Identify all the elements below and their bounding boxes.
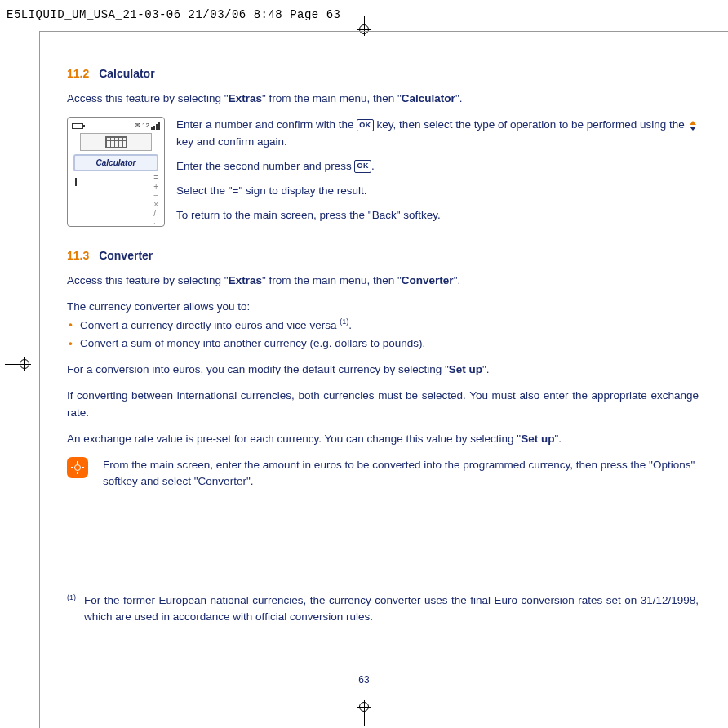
ok-key-icon: OK — [354, 160, 371, 173]
converter-lead: The currency converter allows you to: — [67, 299, 699, 315]
prepress-header: E5LIQUID_UM_USA_21-03-06 21/03/06 8:48 P… — [7, 7, 340, 24]
tip-text: From the main screen, enter the amount i… — [103, 457, 699, 491]
ok-key-icon: OK — [357, 119, 374, 132]
converter-list: Convert a currency directly into euros a… — [67, 317, 699, 352]
phone-calculator-display — [80, 133, 152, 151]
footnote-text: For the former European national currenc… — [84, 593, 699, 626]
calc-step-1: Enter a number and confirm with the OK k… — [176, 117, 699, 150]
section-number: 11.3 — [67, 249, 89, 262]
phone-mockup: ✉ 12 Calculator =+−×/· — [67, 117, 165, 227]
section-title: Calculator — [99, 67, 154, 80]
page-border-left — [39, 31, 40, 728]
calc-step-4: To return to the main screen, press the … — [176, 207, 699, 224]
calculator-instructions: Enter a number and confirm with the OK k… — [176, 117, 699, 232]
phone-calculator-label: Calculator — [73, 154, 158, 171]
converter-intro: Access this feature by selecting "Extras… — [67, 273, 699, 289]
calc-step-3: Select the "=" sign to display the resul… — [176, 183, 699, 199]
calculator-intro: Access this feature by selecting "Extras… — [67, 91, 699, 107]
lightbulb-icon — [71, 461, 84, 474]
tip-row: From the main screen, enter the amount i… — [67, 457, 699, 491]
battery-icon — [72, 123, 83, 129]
cursor-icon — [75, 178, 77, 186]
section-heading-calculator: 11.2 Calculator — [67, 65, 699, 82]
calculator-row: ✉ 12 Calculator =+−×/· Enter a number an… — [67, 117, 699, 232]
operator-column: =+−×/· — [153, 173, 158, 227]
registration-mark-top — [357, 23, 371, 36]
list-item: Convert a sum of money into another curr… — [67, 335, 699, 352]
section-number: 11.2 — [67, 67, 89, 80]
page-border-top — [39, 31, 728, 32]
nav-key-icon — [688, 121, 698, 131]
converter-international: If converting between international curr… — [67, 388, 699, 421]
crop-mark-bottom — [364, 712, 365, 726]
calc-step-2: Enter the second number and press OK. — [176, 158, 699, 175]
list-item: Convert a currency directly into euros a… — [67, 317, 699, 334]
page-content: 11.2 Calculator Access this feature by s… — [67, 65, 699, 507]
footnote-mark: (1) — [67, 593, 76, 626]
converter-setup-1: For a conversion into euros, you can mod… — [67, 362, 699, 378]
signal-icon — [151, 122, 160, 130]
page-number: 63 — [0, 673, 728, 687]
section-heading-converter: 11.3 Converter — [67, 247, 699, 264]
crop-mark-left — [5, 364, 18, 365]
section-title: Converter — [99, 249, 153, 262]
registration-mark-bottom — [357, 700, 371, 713]
tip-icon — [67, 457, 88, 478]
footnote: (1) For the former European national cur… — [67, 593, 699, 626]
phone-status-bar: ✉ 12 — [70, 120, 162, 131]
envelope-icon: ✉ — [135, 121, 140, 131]
registration-mark-left — [18, 357, 31, 371]
converter-setup-2: An exchange rate value is pre-set for ea… — [67, 431, 699, 447]
